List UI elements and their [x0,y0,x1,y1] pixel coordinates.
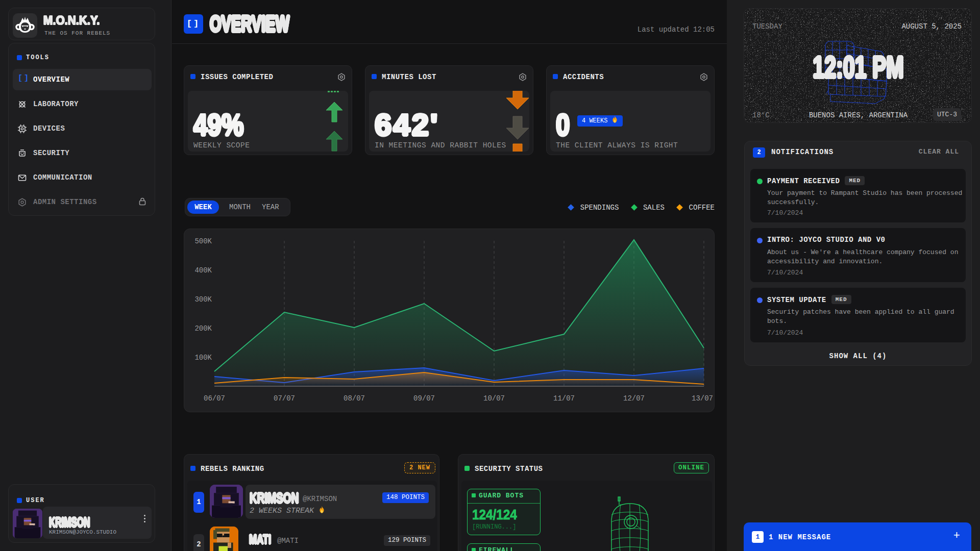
svg-text:100K: 100K [194,354,212,362]
svg-text:07/07: 07/07 [274,394,295,403]
svg-text:08/07: 08/07 [344,394,365,403]
svg-text:11/07: 11/07 [553,394,575,403]
svg-text:300K: 300K [194,295,212,304]
svg-text:200K: 200K [194,324,212,333]
svg-text:500K: 500K [194,237,212,245]
svg-text:09/07: 09/07 [413,394,435,403]
svg-text:400K: 400K [194,266,212,274]
svg-text:10/07: 10/07 [483,394,505,403]
svg-text:06/07: 06/07 [204,394,225,403]
svg-text:13/07: 13/07 [692,394,713,403]
svg-text:12/07: 12/07 [623,394,645,403]
